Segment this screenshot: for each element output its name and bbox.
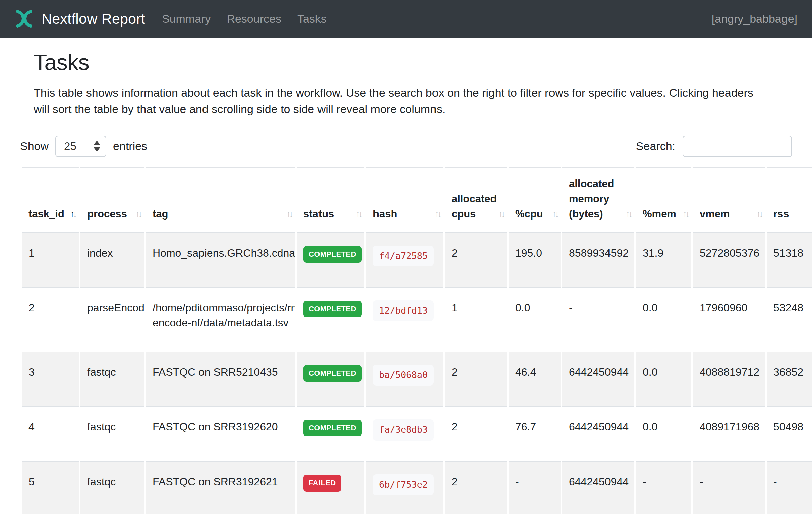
- sort-arrows-icon: ↑↓: [136, 207, 141, 221]
- tasks-table: task_id↑↓process↑↓tag↑↓status↑↓hash↑↓all…: [20, 167, 812, 514]
- cell-pcpu: -: [509, 461, 560, 514]
- cell-mem: -: [562, 287, 634, 352]
- cell-process: fastqc: [81, 406, 144, 461]
- cell-process: fastqc: [81, 461, 144, 514]
- cell-tag: FASTQC on SRR3192621: [146, 461, 295, 514]
- select-spinner-icon: [93, 141, 100, 152]
- column-label: %cpu: [515, 208, 543, 220]
- cell-rss: 53248: [767, 287, 812, 352]
- column-header-hash[interactable]: hash↑↓: [366, 167, 443, 233]
- sort-arrows-icon: ↑↓: [552, 207, 557, 221]
- cell-mem: 8589934592: [562, 233, 634, 287]
- cell-hash: f4/a72585: [366, 233, 443, 287]
- column-header-tag[interactable]: tag↑↓: [146, 167, 295, 233]
- cell-pcpu: 195.0: [509, 233, 560, 287]
- hash-code: 6b/f753e2: [373, 475, 434, 495]
- hash-code: 12/bdfd13: [373, 300, 434, 321]
- column-header-status[interactable]: status↑↓: [297, 167, 365, 233]
- column-label: %mem: [643, 208, 676, 220]
- column-label: allocated memory (bytes): [569, 178, 614, 220]
- column-header-task_id[interactable]: task_id↑↓: [22, 167, 79, 233]
- hash-code: ba/5068a0: [373, 365, 434, 385]
- cell-hash: 12/bdfd13: [366, 287, 443, 352]
- column-label: status: [303, 208, 334, 220]
- column-label: rss: [774, 208, 789, 220]
- cell-cpus: 2: [445, 352, 507, 406]
- nav-link-summary[interactable]: Summary: [162, 12, 210, 26]
- cell-process: fastqc: [81, 352, 144, 406]
- sort-arrows-icon: ↑↓: [498, 207, 503, 221]
- cell-mem: 6442450944: [562, 352, 634, 406]
- cell-task_id: 2: [22, 287, 79, 352]
- column-header-cpus[interactable]: allocated cpus↑↓: [445, 167, 507, 233]
- status-badge: COMPLETED: [303, 246, 362, 263]
- main-content: Tasks This table shows information about…: [0, 50, 812, 514]
- brand-title: Nextflow Report: [41, 11, 145, 27]
- column-label: tag: [152, 208, 168, 220]
- page-length-select[interactable]: 25: [55, 136, 106, 157]
- cell-rss: 51318: [767, 233, 812, 287]
- hash-code: f4/a72585: [373, 246, 434, 266]
- search-input[interactable]: [683, 136, 792, 157]
- nav-link-tasks[interactable]: Tasks: [297, 12, 326, 26]
- cell-hash: fa/3e8db3: [366, 406, 443, 461]
- cell-status: FAILED: [297, 461, 365, 514]
- column-label: allocated cpus: [452, 193, 496, 220]
- cell-tag: FASTQC on SRR5210435: [146, 352, 295, 406]
- cell-pmem: 0.0: [636, 287, 691, 352]
- table-row: 5fastqcFASTQC on SRR3192621FAILED6b/f753…: [22, 461, 812, 514]
- sort-arrows-icon: ↑↓: [756, 207, 762, 221]
- page-length-value: 25: [64, 140, 77, 153]
- table-row: 4fastqcFASTQC on SRR3192620COMPLETEDfa/3…: [22, 406, 812, 461]
- cell-tag: FASTQC on SRR3192620: [146, 406, 295, 461]
- cell-rss: 50498: [767, 406, 812, 461]
- hash-code: fa/3e8db3: [373, 420, 434, 440]
- cell-vmem: 4088819712: [693, 352, 765, 406]
- sort-arrows-icon: ↑↓: [356, 207, 361, 221]
- status-badge: COMPLETED: [303, 420, 362, 436]
- sort-arrows-icon: ↑↓: [435, 207, 440, 221]
- column-header-pmem[interactable]: %mem↑↓: [636, 167, 691, 233]
- column-header-mem[interactable]: allocated memory (bytes)↑↓: [562, 167, 634, 233]
- search-label: Search:: [636, 140, 675, 153]
- brand[interactable]: Nextflow Report: [15, 9, 145, 29]
- column-header-vmem[interactable]: vmem↑↓: [693, 167, 765, 233]
- navbar: Nextflow Report Summary Resources Tasks …: [0, 0, 812, 37]
- cell-tag: /home/pditommaso/projects/rnaseq-encode-…: [146, 287, 295, 352]
- status-badge: COMPLETED: [303, 365, 362, 382]
- nav-links: Summary Resources Tasks: [162, 12, 326, 26]
- page-title: Tasks: [33, 50, 792, 75]
- nav-link-resources[interactable]: Resources: [227, 12, 281, 26]
- table-controls: Show 25 entries Search:: [20, 136, 792, 157]
- column-label: hash: [373, 208, 397, 220]
- cell-cpus: 2: [445, 406, 507, 461]
- cell-task_id: 1: [22, 233, 79, 287]
- cell-mem: 6442450944: [562, 406, 634, 461]
- column-header-rss[interactable]: rss↑↓: [767, 167, 812, 233]
- sort-arrows-icon: ↑↓: [626, 207, 631, 221]
- cell-cpus: 2: [445, 233, 507, 287]
- cell-hash: 6b/f753e2: [366, 461, 443, 514]
- sort-arrows-icon: ↑↓: [683, 207, 688, 221]
- cell-status: COMPLETED: [297, 233, 365, 287]
- cell-tag: Homo_sapiens.GRCh38.cdna.all.fa.gz: [146, 233, 295, 287]
- column-header-process[interactable]: process↑↓: [81, 167, 144, 233]
- cell-pmem: 0.0: [636, 406, 691, 461]
- cell-process: parseEncode: [81, 287, 144, 352]
- status-badge: COMPLETED: [303, 301, 362, 317]
- cell-vmem: 5272805376: [693, 233, 765, 287]
- table-row: 3fastqcFASTQC on SRR5210435COMPLETEDba/5…: [22, 352, 812, 406]
- cell-pmem: 31.9: [636, 233, 691, 287]
- page-description: This table shows information about each …: [33, 85, 768, 117]
- nextflow-logo-icon: [15, 9, 33, 29]
- cell-pcpu: 46.4: [509, 352, 560, 406]
- table-header-row: task_id↑↓process↑↓tag↑↓status↑↓hash↑↓all…: [22, 167, 812, 233]
- cell-pmem: 0.0: [636, 352, 691, 406]
- cell-pcpu: 76.7: [509, 406, 560, 461]
- cell-rss: -: [767, 461, 812, 514]
- tasks-table-wrapper[interactable]: task_id↑↓process↑↓tag↑↓status↑↓hash↑↓all…: [20, 167, 812, 514]
- cell-process: index: [81, 233, 144, 287]
- column-label: task_id: [29, 208, 64, 220]
- cell-pcpu: 0.0: [509, 287, 560, 352]
- column-header-pcpu[interactable]: %cpu↑↓: [509, 167, 560, 233]
